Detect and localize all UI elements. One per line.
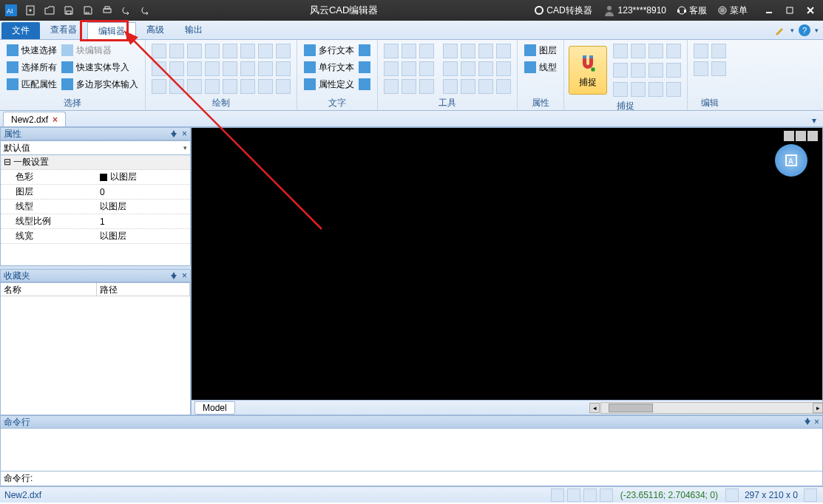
scroll-thumb[interactable]	[609, 403, 653, 412]
snap-tan-icon[interactable]	[631, 82, 646, 97]
paste-special-icon[interactable]	[711, 61, 726, 76]
mtext-button[interactable]: 多行文本	[302, 42, 356, 58]
draw-region-icon[interactable]	[187, 79, 202, 94]
user-button[interactable]: 123****8910	[600, 2, 669, 18]
pin-icon[interactable]	[170, 129, 179, 138]
redo-icon[interactable]	[138, 2, 154, 18]
explode-icon[interactable]	[384, 79, 399, 94]
text-find-button[interactable]	[356, 59, 373, 75]
collapse-icon[interactable]: ⊟	[4, 157, 11, 167]
draw-solid-icon[interactable]	[276, 79, 291, 94]
snap-ext-icon[interactable]	[648, 63, 663, 78]
command-history[interactable]	[0, 429, 823, 471]
drawing-canvas[interactable]: A	[192, 128, 822, 400]
snap-ins-icon[interactable]	[666, 63, 681, 78]
draw-sketch-icon[interactable]	[258, 79, 273, 94]
scroll-left-icon[interactable]: ◂	[589, 403, 600, 413]
copy-icon[interactable]	[694, 44, 708, 58]
text-spell-button[interactable]	[356, 76, 373, 92]
quick-import-button[interactable]: 快速实体导入	[59, 59, 140, 75]
file-tabs-dropdown-icon[interactable]: ▾	[808, 115, 820, 126]
attdef-button[interactable]: 属性定义	[302, 76, 356, 92]
select-all-button[interactable]: 选择所有	[4, 59, 59, 75]
command-panel-header[interactable]: 命令行 ×	[0, 415, 823, 429]
break-icon[interactable]	[496, 61, 511, 76]
canvas-minimize-icon[interactable]	[784, 131, 794, 141]
draw-xline-icon[interactable]	[240, 61, 255, 76]
snap-nea-icon[interactable]	[648, 82, 663, 97]
draw-ellipse-icon[interactable]	[240, 44, 255, 58]
join-icon[interactable]	[402, 79, 416, 94]
menu-button[interactable]: 菜单	[714, 2, 751, 18]
offset-icon[interactable]	[443, 61, 458, 76]
measure-icon[interactable]	[461, 79, 475, 94]
status-lock-icon[interactable]	[725, 488, 739, 502]
snap-par-icon[interactable]	[666, 82, 681, 97]
fav-col-name[interactable]: 名称	[1, 283, 97, 296]
snap-node-icon[interactable]	[666, 44, 681, 58]
props-default-combo[interactable]: 默认值▾	[0, 140, 191, 155]
undo-icon[interactable]	[118, 2, 135, 18]
fav-col-path[interactable]: 路径	[97, 283, 190, 296]
draw-revcloud-icon[interactable]	[276, 44, 291, 58]
snap-button[interactable]: 捕捉	[569, 46, 607, 95]
chamfer-icon[interactable]	[478, 61, 493, 76]
status-ortho-icon[interactable]	[583, 488, 597, 502]
prop-row-layer[interactable]: 图层0	[1, 185, 190, 200]
align-icon[interactable]	[496, 44, 511, 58]
status-snap-icon[interactable]	[551, 488, 564, 502]
fillet-icon[interactable]	[461, 61, 475, 76]
status-more-icon[interactable]	[804, 488, 817, 502]
prop-row-ltscale[interactable]: 线型比例1	[1, 214, 190, 229]
settings-icon[interactable]	[773, 24, 786, 37]
draw-ray-icon[interactable]	[223, 61, 237, 76]
status-polar-icon[interactable]	[600, 488, 613, 502]
snap-mid-icon[interactable]	[631, 44, 646, 58]
maximize-button[interactable]	[780, 2, 799, 18]
text-style-button[interactable]	[356, 42, 373, 58]
divide-icon[interactable]	[443, 79, 458, 94]
block-icon[interactable]	[478, 79, 493, 94]
prop-row-color[interactable]: 色彩以图层	[1, 170, 190, 185]
layer-button[interactable]: 图层	[522, 42, 559, 58]
draw-arc-icon[interactable]	[169, 44, 184, 58]
canvas-restore-icon[interactable]	[796, 131, 806, 141]
draw-table-icon[interactable]	[223, 79, 237, 94]
insert-icon[interactable]	[496, 79, 511, 94]
trim-icon[interactable]	[419, 44, 434, 58]
tab-output[interactable]: 输出	[175, 21, 213, 39]
snap-cen-icon[interactable]	[648, 44, 663, 58]
canvas-close-icon[interactable]	[807, 131, 818, 141]
fav-panel-header[interactable]: 收藏夹 ×	[0, 269, 191, 282]
panel-close-icon[interactable]: ×	[182, 129, 187, 139]
draw-spline-icon[interactable]	[223, 44, 237, 58]
tab-advanced[interactable]: 高级	[136, 21, 175, 39]
print-icon[interactable]	[99, 2, 115, 18]
draw-point-icon[interactable]	[205, 61, 220, 76]
snap-end-icon[interactable]	[613, 44, 628, 58]
minimize-button[interactable]	[759, 2, 779, 18]
help-icon[interactable]: ?	[799, 24, 810, 36]
poly-select-button[interactable]: 多边形实体输入	[59, 76, 140, 92]
view-cube-icon[interactable]: A	[775, 144, 807, 177]
lengthen-icon[interactable]	[419, 79, 434, 94]
pin-icon[interactable]	[804, 417, 811, 427]
cad-converter-button[interactable]: CAD转换器	[531, 2, 595, 18]
settings-arrow-icon[interactable]: ▾	[790, 27, 794, 34]
draw-rect-icon[interactable]	[205, 44, 220, 58]
help-arrow-icon[interactable]: ▾	[815, 27, 819, 34]
model-tab[interactable]: Model	[194, 401, 235, 415]
scroll-right-icon[interactable]: ▸	[813, 403, 823, 413]
open-icon[interactable]	[41, 2, 58, 18]
panel-close-icon[interactable]: ×	[814, 417, 819, 427]
status-grid-icon[interactable]	[567, 488, 580, 502]
mirror-icon[interactable]	[461, 44, 475, 58]
move-icon[interactable]	[384, 44, 399, 58]
tab-viewer[interactable]: 查看器	[40, 21, 87, 39]
prop-row-linetype[interactable]: 线型以图层	[1, 200, 190, 214]
command-input[interactable]	[35, 474, 819, 484]
quick-select-button[interactable]: 快速选择	[4, 42, 59, 58]
rotate-icon[interactable]	[402, 44, 416, 58]
saveas-icon[interactable]: as	[80, 2, 96, 18]
scale-icon[interactable]	[419, 61, 434, 76]
